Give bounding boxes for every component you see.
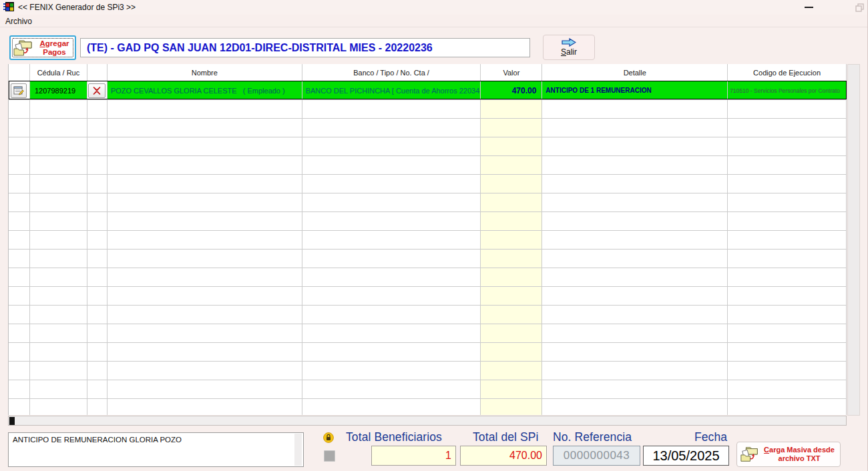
cell-nombre: POZO CEVALLOS GLORIA CELESTE ( Empleado … bbox=[107, 81, 302, 99]
table-row bbox=[9, 268, 847, 287]
app-logo-icon bbox=[3, 2, 14, 13]
table-row bbox=[9, 306, 847, 324]
vertical-scrollbar[interactable] bbox=[847, 64, 860, 416]
col-header-nombre: Nombre bbox=[107, 64, 302, 81]
col-header-edit bbox=[9, 64, 30, 81]
total-beneficiarios-field: 1 bbox=[371, 446, 456, 466]
fecha-label: Fecha bbox=[694, 430, 727, 444]
col-header-cedula: Cédula / Ruc bbox=[30, 64, 87, 81]
restore-button bbox=[850, 1, 868, 13]
table-row bbox=[9, 100, 847, 119]
menu-archivo[interactable]: Archivo bbox=[5, 17, 32, 26]
table-row bbox=[9, 175, 847, 193]
delete-cell bbox=[87, 81, 107, 99]
table-row bbox=[9, 231, 847, 250]
agregar-pagos-label: Agregar Pagos bbox=[36, 39, 73, 57]
col-header-codigo: Codigo de Ejecucion bbox=[728, 64, 847, 81]
fecha-field[interactable]: 13/05/2025 bbox=[643, 446, 729, 466]
delete-x-icon bbox=[93, 87, 101, 95]
menu-bar: Archivo bbox=[0, 15, 868, 27]
col-header-valor: Valor bbox=[481, 64, 542, 81]
comment-textarea[interactable]: ANTICIPO DE REMUNERACION GLORIA POZO bbox=[8, 432, 304, 467]
window-title: << FENIX Generador de SPi3 >> bbox=[18, 3, 136, 12]
salir-button[interactable]: Salir bbox=[543, 35, 595, 60]
horizontal-scrollbar-thumb[interactable] bbox=[9, 417, 15, 425]
carga-masiva-folders-icon bbox=[740, 444, 760, 464]
salir-label: Salir bbox=[561, 47, 577, 57]
add-payments-folders-icon bbox=[13, 38, 34, 58]
cell-codigo: 710510 - Servicios Personales por Contra… bbox=[728, 81, 847, 99]
horizontal-scrollbar[interactable] bbox=[8, 416, 847, 426]
empty-rows bbox=[9, 100, 847, 415]
table-header: Cédula / Ruc Nombre Banco / Tipo / No. C… bbox=[9, 64, 847, 81]
table-row bbox=[9, 156, 847, 175]
carga-masiva-label: Carga Masiva desde archivo TXT bbox=[761, 446, 837, 462]
exit-arrow-icon bbox=[562, 38, 576, 47]
edit-cell bbox=[9, 81, 30, 99]
total-spi-label: Total del SPi bbox=[473, 430, 539, 444]
gray-square-indicator bbox=[324, 450, 335, 462]
referencia-field: 0000000043 bbox=[553, 446, 640, 466]
col-header-detalle: Detalle bbox=[542, 64, 728, 81]
edit-row-button[interactable] bbox=[11, 83, 27, 98]
table-row bbox=[9, 137, 847, 156]
table-row bbox=[9, 212, 847, 231]
table-row bbox=[9, 250, 847, 268]
table-row bbox=[9, 324, 847, 343]
title-bar: << FENIX Generador de SPi3 >> bbox=[0, 0, 868, 15]
agregar-pagos-button[interactable]: Agregar Pagos bbox=[9, 35, 76, 60]
table-row bbox=[9, 193, 847, 212]
total-beneficiarios-label: Total Beneficiarios bbox=[346, 430, 442, 444]
payments-table: Cédula / Ruc Nombre Banco / Tipo / No. C… bbox=[8, 64, 847, 415]
col-header-banco: Banco / Tipo / No. Cta / bbox=[302, 64, 481, 81]
table-row bbox=[9, 119, 847, 137]
col-header-delete bbox=[87, 64, 107, 81]
spi-title-input[interactable] bbox=[80, 38, 530, 57]
minimize-button[interactable] bbox=[799, 1, 819, 13]
table-row bbox=[9, 343, 847, 362]
cell-valor: 470.00 bbox=[481, 81, 542, 99]
comment-scrollbar[interactable] bbox=[294, 434, 302, 466]
total-spi-field: 470.00 bbox=[460, 446, 547, 466]
lock-icon[interactable] bbox=[323, 432, 334, 443]
table-row bbox=[9, 380, 847, 399]
carga-masiva-button[interactable]: Carga Masiva desde archivo TXT bbox=[736, 442, 841, 467]
cell-detalle: ANTICIPO DE 1 REMUNERACION bbox=[542, 81, 728, 99]
table-row bbox=[9, 287, 847, 306]
delete-row-button[interactable] bbox=[88, 83, 105, 98]
payment-row-selected[interactable]: 1207989219 POZO CEVALLOS GLORIA CELESTE … bbox=[9, 81, 847, 100]
restore-icon bbox=[855, 3, 865, 12]
cell-cedula: 1207989219 bbox=[30, 81, 87, 99]
table-row bbox=[9, 399, 847, 415]
edit-form-icon bbox=[13, 85, 24, 95]
app-window: << FENIX Generador de SPi3 >> Archivo Ag… bbox=[0, 0, 868, 471]
cell-banco: BANCO DEL PICHINCHA [ Cuenta de Ahorros … bbox=[302, 81, 481, 99]
table-row bbox=[9, 362, 847, 380]
referencia-label: No. Referencia bbox=[553, 430, 632, 444]
